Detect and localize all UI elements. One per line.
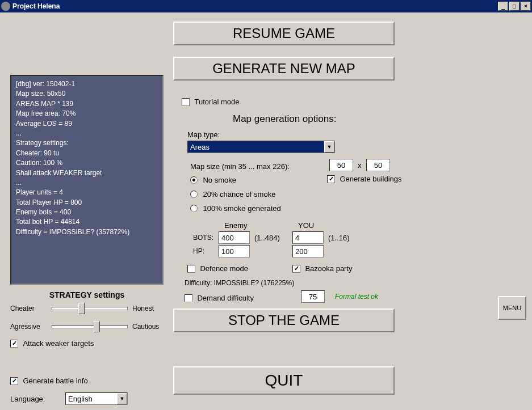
mapgen-title: Map generation options: <box>233 113 336 125</box>
bots-label: BOTS: <box>193 234 213 242</box>
hp-enemy-input[interactable] <box>219 245 250 257</box>
mapsize-height-input[interactable] <box>366 159 390 171</box>
chevron-down-icon: ▼ <box>324 141 334 153</box>
language-select[interactable]: English ▼ <box>65 392 128 405</box>
stop-game-button[interactable]: STOP THE GAME <box>173 308 395 332</box>
attack-weaker-label: Attack weaker targets <box>23 339 94 348</box>
mapsize-x: x <box>358 161 362 170</box>
tutorial-label: Tutorial mode <box>194 98 239 106</box>
chevron-down-icon: ▼ <box>117 393 127 404</box>
debug-log[interactable]: [dbg] ver: 150402-1 Map size: 50x50 AREA… <box>10 75 164 285</box>
mapsize-label: Map size (min 35 ... max 226): <box>190 162 290 171</box>
hp-label: HP: <box>193 247 204 255</box>
agressive-label: Agressive <box>10 323 47 331</box>
app-icon <box>1 2 10 11</box>
difficulty-label: Difficulty: IMPOSSIBLE? (176225%) <box>185 279 294 287</box>
defence-mode-checkbox[interactable] <box>187 265 195 273</box>
resume-game-button[interactable]: RESUME GAME <box>173 22 395 45</box>
smoke-radio-100[interactable] <box>190 205 198 212</box>
language-label: Language: <box>10 395 45 403</box>
honest-label: Honest <box>132 305 164 312</box>
menu-button[interactable]: MENU <box>498 296 526 320</box>
smoke-label-none: No smoke <box>203 176 236 184</box>
col-enemy: Enemy <box>224 221 247 230</box>
cheater-honest-slider[interactable] <box>52 302 128 315</box>
defence-mode-label: Defence mode <box>200 264 248 273</box>
smoke-label-20: 20% chance of smoke <box>203 190 275 198</box>
bots-enemy-input[interactable] <box>219 231 250 244</box>
bazooka-party-label: Bazooka party <box>305 264 352 273</box>
generate-battle-info-checkbox[interactable] <box>10 377 18 385</box>
maptype-select[interactable]: Areas ▼ <box>187 141 335 153</box>
close-button[interactable]: × <box>521 2 531 11</box>
tutorial-checkbox[interactable] <box>182 98 190 106</box>
quit-button[interactable]: QUIT <box>173 366 395 395</box>
mapsize-width-input[interactable] <box>329 159 353 171</box>
bots-you-input[interactable] <box>292 231 324 244</box>
smoke-radio-20[interactable] <box>190 191 198 198</box>
formal-test-status: Formal test ok <box>335 293 378 301</box>
bots-enemy-range: (1..484) <box>254 234 280 242</box>
bazooka-party-checkbox[interactable] <box>292 265 300 273</box>
agressive-cautious-slider[interactable] <box>52 320 128 333</box>
minimize-button[interactable]: _ <box>498 2 508 11</box>
smoke-label-100: 100% smoke generated <box>203 204 280 213</box>
generate-battle-info-label: Generate battle info <box>23 377 87 385</box>
generate-map-button[interactable]: GENERATE NEW MAP <box>173 57 395 81</box>
hp-you-input[interactable] <box>292 245 324 257</box>
demand-difficulty-input[interactable] <box>301 290 325 303</box>
col-you: YOU <box>298 221 314 230</box>
demand-difficulty-label: Demand difficulty <box>197 294 253 302</box>
demand-difficulty-checkbox[interactable] <box>185 294 192 302</box>
generate-buildings-checkbox[interactable] <box>327 175 335 183</box>
maptype-value: Areas <box>188 141 334 153</box>
window-title: Project Helena <box>12 2 60 10</box>
smoke-radio-none[interactable] <box>190 176 198 184</box>
attack-weaker-checkbox[interactable] <box>10 340 18 348</box>
cheater-label: Cheater <box>10 305 47 312</box>
bots-you-range: (1..16) <box>328 234 350 242</box>
strategy-title: STRATEGY settings <box>10 290 164 299</box>
cautious-label: Cautious <box>132 323 164 331</box>
maximize-button[interactable]: □ <box>509 2 520 11</box>
generate-buildings-label: Generate buildings <box>340 175 401 183</box>
maptype-label: Map type: <box>187 130 220 139</box>
